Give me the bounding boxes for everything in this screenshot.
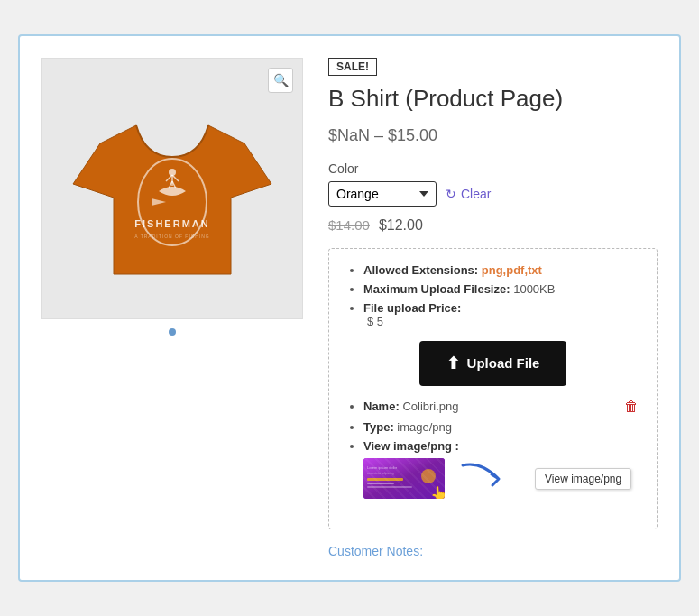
upload-info-box: Allowed Extensions: png,pdf,txt Maximum … xyxy=(328,248,658,529)
product-title: B Shirt (Product Page) xyxy=(328,85,658,113)
svg-text:Lorem ipsum dolor: Lorem ipsum dolor xyxy=(367,465,398,470)
customer-notes-label: Customer Notes: xyxy=(328,544,658,558)
arrow-svg xyxy=(454,456,526,501)
clear-button[interactable]: ↻ Clear xyxy=(446,187,491,201)
file-price-label: File upload Price: xyxy=(363,301,461,315)
file-name-content: Name: Colibri.png xyxy=(363,400,459,413)
view-image-label: View image/png : xyxy=(363,439,459,453)
color-select[interactable]: Orange Blue Green Black White xyxy=(328,181,437,207)
file-type-item: Type: image/png xyxy=(363,420,639,434)
image-indicator-dot xyxy=(169,328,176,336)
max-filesize-item: Maximum Upload Filesize: 1000KB xyxy=(363,282,639,296)
svg-text:consectetur adipiscing: consectetur adipiscing xyxy=(367,472,394,475)
svg-rect-12 xyxy=(367,478,403,481)
product-details-column: SALE! B Shirt (Product Page) $NaN – $15.… xyxy=(328,58,658,557)
product-image-wrapper: 🔍 FISHERMAN A TRADITION OF FISHING xyxy=(41,58,303,319)
file-info-list: Name: Colibri.png 🗑 Type: image/png View… xyxy=(347,399,639,501)
allowed-extensions-item: Allowed Extensions: png,pdf,txt xyxy=(363,263,639,277)
view-image-row: Lorem ipsum dolor consectetur adipiscing… xyxy=(363,456,639,501)
upload-requirements-list: Allowed Extensions: png,pdf,txt Maximum … xyxy=(347,263,639,328)
clear-label: Clear xyxy=(461,187,491,201)
svg-text:A TRADITION OF FISHING: A TRADITION OF FISHING xyxy=(134,234,209,239)
sale-badge: SALE! xyxy=(328,58,377,76)
allowed-extensions-value: png,pdf,txt xyxy=(482,263,542,277)
product-page: 🔍 FISHERMAN A TRADITION OF FISHING xyxy=(18,34,681,581)
original-price: $14.00 xyxy=(328,217,370,233)
svg-rect-14 xyxy=(367,486,412,488)
cursor-hand-icon: 👆 xyxy=(430,485,445,499)
color-row: Orange Blue Green Black White ↻ Clear xyxy=(328,181,658,207)
max-filesize-label: Maximum Upload Filesize: xyxy=(363,282,510,296)
color-label: Color xyxy=(328,161,658,176)
file-type-label: Type: xyxy=(363,420,394,434)
upload-file-button[interactable]: ⬆ Upload File xyxy=(419,341,567,386)
upload-cloud-icon: ⬆ xyxy=(446,354,460,373)
product-image-column: 🔍 FISHERMAN A TRADITION OF FISHING xyxy=(41,58,303,557)
svg-text:FISHERMAN: FISHERMAN xyxy=(134,218,209,229)
file-name-row: Name: Colibri.png 🗑 xyxy=(363,399,639,415)
refresh-icon: ↻ xyxy=(446,187,456,201)
price-display: $14.00 $12.00 xyxy=(328,217,658,234)
image-preview-thumbnail[interactable]: Lorem ipsum dolor consectetur adipiscing… xyxy=(363,458,445,499)
file-price-item: File upload Price: $ 5 xyxy=(363,301,639,328)
zoom-icon[interactable]: 🔍 xyxy=(268,68,293,93)
product-image: FISHERMAN A TRADITION OF FISHING xyxy=(69,85,276,292)
file-name-value: Colibri.png xyxy=(402,400,458,413)
file-name-item: Name: Colibri.png 🗑 xyxy=(363,399,639,415)
arrow-indicator xyxy=(454,456,526,501)
svg-point-4 xyxy=(169,169,176,176)
file-name-label: Name: xyxy=(363,400,400,413)
view-image-tooltip[interactable]: View image/png xyxy=(535,468,631,490)
upload-button-label: Upload File xyxy=(467,355,540,371)
file-price-value: $ 5 xyxy=(367,315,383,328)
max-filesize-value: 1000KB xyxy=(513,282,555,296)
delete-file-icon[interactable]: 🗑 xyxy=(624,399,639,415)
svg-rect-9 xyxy=(363,458,445,499)
view-image-link[interactable]: View image/png xyxy=(545,473,621,485)
svg-point-15 xyxy=(421,469,436,483)
allowed-extensions-label: Allowed Extensions: xyxy=(363,263,478,277)
view-image-item: View image/png : xyxy=(363,439,639,501)
svg-rect-13 xyxy=(367,483,394,484)
price-range: $NaN – $15.00 xyxy=(328,126,658,145)
file-type-value: image/png xyxy=(397,420,452,434)
sale-price: $12.00 xyxy=(379,217,423,234)
